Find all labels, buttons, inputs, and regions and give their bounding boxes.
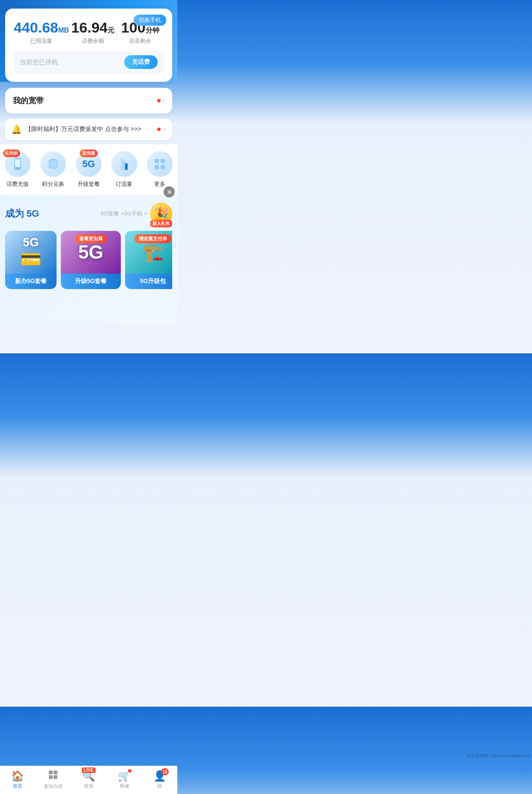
action-data-plan[interactable]: 订流量 bbox=[109, 151, 140, 188]
fiveg-card-pack-img: 赠送翼支付券 🏗️ bbox=[125, 231, 172, 274]
5g-logo-upgrade: 5G bbox=[78, 242, 104, 263]
balance-value: 16.94元 bbox=[69, 20, 117, 36]
broadband-header: 我的宽带 › bbox=[13, 96, 164, 106]
broadband-right: › bbox=[157, 97, 164, 104]
mascot-wrap: 🎉 新人礼包 bbox=[150, 203, 172, 225]
status-text: 当前您已停机 bbox=[20, 58, 58, 66]
recharge-label: 话费充值 bbox=[6, 180, 29, 188]
svg-rect-8 bbox=[161, 159, 165, 163]
database-icon bbox=[46, 157, 60, 171]
svg-rect-1 bbox=[15, 159, 20, 167]
data-plan-icon-wrap bbox=[111, 151, 137, 177]
fiveg-cards-row: 5G 💳 新办5G套餐 套餐更划算 5G 升级5G套餐 赠送翼支付券 🏗️ 5G… bbox=[5, 231, 172, 289]
bell-icon: 🔔 bbox=[11, 124, 22, 134]
upgrade-icon-wrap: 更优惠 5G bbox=[76, 151, 102, 177]
recharge-discount-badge: 9.95折 bbox=[3, 149, 20, 157]
fiveg-subtitle: 5G套餐 +5G手机 = bbox=[101, 210, 147, 218]
more-icon-wrap bbox=[147, 151, 173, 177]
signal-icon bbox=[117, 157, 131, 171]
stat-balance: 16.94元 话费余额 bbox=[69, 20, 117, 45]
fiveg-new-visual: 5G 💳 bbox=[20, 236, 42, 269]
notice-text: 【限时福利】万元话费派发中 点击参与 >>> bbox=[25, 125, 154, 133]
data-used-value: 440.68MB bbox=[14, 20, 69, 36]
fiveg-card-upgrade-label: 升级5G套餐 bbox=[61, 274, 121, 289]
pack-card-badge: 赠送翼支付券 bbox=[134, 234, 171, 243]
top-background: 切换手机 440.68MB 已用流量 16.94元 话费余额 100分钟 语 bbox=[0, 0, 177, 82]
action-upgrade[interactable]: 更优惠 5G 升级套餐 bbox=[73, 151, 104, 188]
switch-phone-button[interactable]: 切换手机 bbox=[134, 15, 166, 26]
actions-row: 9.95折 话费充值 积分兑换 bbox=[0, 151, 177, 188]
broadband-chevron-icon: › bbox=[162, 97, 164, 104]
balance-label: 话费余额 bbox=[69, 37, 117, 45]
quick-actions-section: 9.95折 话费充值 积分兑换 bbox=[0, 144, 177, 195]
data-used-label: 已用流量 bbox=[14, 37, 69, 45]
upgrade-card-badge: 套餐更划算 bbox=[75, 234, 107, 243]
svg-rect-6 bbox=[125, 163, 128, 170]
fiveg-card-upgrade[interactable]: 套餐更划算 5G 升级5G套餐 bbox=[61, 231, 121, 289]
fiveg-card-new[interactable]: 5G 💳 新办5G套餐 bbox=[5, 231, 57, 289]
svg-rect-7 bbox=[155, 159, 159, 163]
action-more[interactable]: 更多 bbox=[144, 151, 175, 188]
svg-rect-2 bbox=[16, 168, 19, 169]
sim-card-icon: 💳 bbox=[20, 249, 42, 269]
svg-rect-10 bbox=[161, 165, 165, 169]
5g-upgrade-icon: 5G bbox=[82, 158, 95, 170]
grid-icon bbox=[153, 157, 167, 171]
fiveg-header: 成为 5G 5G套餐 +5G手机 = 🎉 新人礼包 bbox=[5, 203, 172, 225]
recharge-button[interactable]: 充话费 bbox=[124, 55, 158, 69]
fiveg-card-pack[interactable]: 赠送翼支付券 🏗️ 5G升级包 bbox=[125, 231, 172, 289]
main-stats-card: 切换手机 440.68MB 已用流量 16.94元 话费余额 100分钟 语 bbox=[5, 9, 172, 82]
fiveg-title-wrap: 成为 5G bbox=[5, 207, 39, 220]
bottom-safe-area bbox=[0, 323, 177, 353]
notice-chevron-icon: › bbox=[164, 125, 166, 133]
fiveg-card-upgrade-img: 套餐更划算 5G bbox=[61, 231, 121, 274]
fiveg-card-pack-label: 5G升级包 bbox=[125, 274, 172, 289]
fiveg-section: 成为 5G 5G套餐 +5G手机 = 🎉 新人礼包 5G 💳 新办5G套餐 bbox=[0, 195, 177, 323]
phone-icon bbox=[11, 157, 24, 171]
more-label: 更多 bbox=[154, 180, 165, 188]
fiveg-title: 成为 5G bbox=[5, 208, 39, 219]
fiveg-card-new-label: 新办5G套餐 bbox=[5, 274, 57, 289]
voice-label: 语音剩余 bbox=[117, 37, 164, 45]
5g-logo-new: 5G bbox=[23, 236, 39, 249]
recharge-icon-wrap: 9.95折 bbox=[5, 151, 30, 177]
data-plan-label: 订流量 bbox=[116, 180, 132, 188]
points-label: 积分兑换 bbox=[42, 180, 64, 188]
new-gift-badge: 新人礼包 bbox=[150, 220, 172, 227]
broadband-title: 我的宽带 bbox=[13, 96, 44, 106]
upgrade-label: 升级套餐 bbox=[78, 180, 100, 188]
notice-bar[interactable]: 🔔 【限时福利】万元话费派发中 点击参与 >>> › bbox=[5, 119, 172, 140]
status-bar: 当前您已停机 充话费 bbox=[14, 51, 164, 73]
broadband-dot bbox=[157, 99, 161, 102]
notice-dot bbox=[157, 128, 161, 131]
points-icon-wrap bbox=[40, 151, 66, 177]
action-recharge[interactable]: 9.95折 话费充值 bbox=[2, 151, 33, 188]
upgrade-better-badge: 更优惠 bbox=[80, 149, 98, 157]
stat-data-used: 440.68MB 已用流量 bbox=[14, 20, 69, 45]
fiveg-subtitle-wrap: 5G套餐 +5G手机 = 🎉 新人礼包 bbox=[101, 203, 172, 225]
action-points[interactable]: 积分兑换 bbox=[38, 151, 69, 188]
fiveg-card-new-img: 5G 💳 bbox=[5, 231, 57, 274]
fiveg-pack-visual: 🏗️ bbox=[142, 242, 164, 263]
svg-rect-9 bbox=[155, 165, 159, 169]
broadband-card[interactable]: 我的宽带 › bbox=[5, 88, 172, 113]
